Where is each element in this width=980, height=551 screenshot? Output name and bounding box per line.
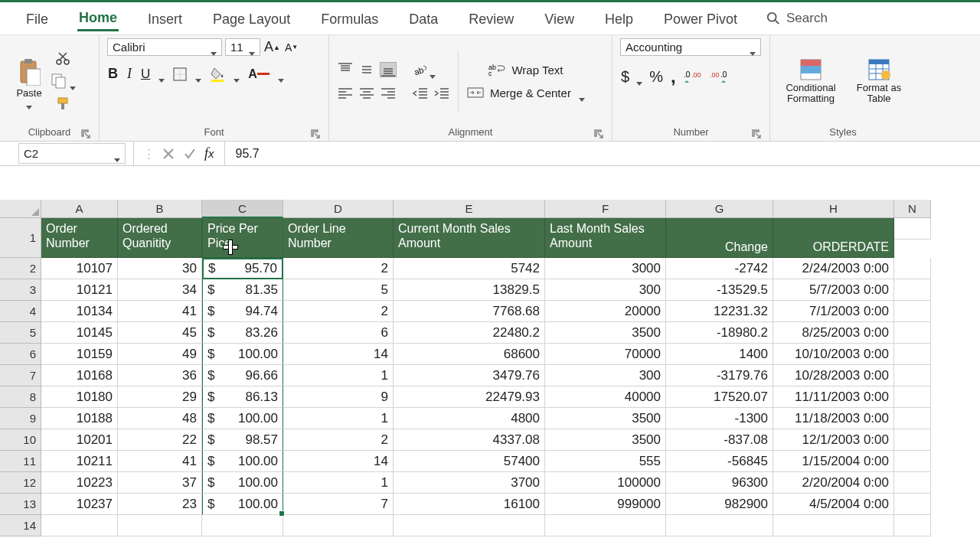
merge-center-button[interactable]: Merge & Center — [466, 85, 586, 100]
fx-button[interactable]: fx — [204, 145, 215, 162]
cell-A2[interactable]: 10107 — [41, 258, 118, 279]
cell-A5[interactable]: 10145 — [41, 322, 118, 344]
dialog-launcher-icon[interactable] — [80, 129, 91, 139]
cell-A11[interactable]: 10211 — [41, 451, 118, 472]
cell-B10[interactable]: 22 — [118, 429, 202, 451]
bold-button[interactable]: B — [107, 65, 119, 83]
cell-F6[interactable]: 70000 — [545, 344, 666, 365]
cell-D12[interactable]: 1 — [283, 472, 394, 494]
tab-file[interactable]: File — [24, 7, 50, 31]
cell-A10[interactable]: 10201 — [41, 429, 118, 451]
cell-D13[interactable]: 7 — [283, 494, 394, 515]
cell-G2[interactable]: -2742 — [666, 258, 773, 279]
cell-D2[interactable]: 2 — [283, 258, 394, 279]
cell-G8[interactable]: 17520.07 — [666, 386, 773, 408]
row-head-11[interactable]: 11 — [0, 451, 41, 472]
cell-D6[interactable]: 14 — [283, 344, 394, 365]
align-center-button[interactable] — [358, 86, 375, 100]
empty-cell-14-2[interactable] — [202, 515, 283, 536]
align-left-button[interactable] — [337, 86, 354, 100]
cell-H12[interactable]: 2/20/2004 0:00 — [773, 472, 894, 494]
cell-A3[interactable]: 10121 — [41, 279, 118, 301]
cell-E9[interactable]: 4800 — [394, 408, 545, 429]
cell-H9[interactable]: 11/18/2003 0:00 — [773, 408, 894, 429]
cell-C4[interactable]: $94.74 — [202, 301, 283, 322]
cell-N13[interactable] — [894, 494, 931, 515]
tab-view[interactable]: View — [543, 7, 576, 31]
cell-H3[interactable]: 5/7/2003 0:00 — [773, 279, 894, 301]
cell-B9[interactable]: 48 — [118, 408, 202, 429]
cell-E4[interactable]: 7768.68 — [394, 301, 545, 322]
cell-F11[interactable]: 555 — [545, 451, 666, 472]
cell-N2[interactable] — [894, 258, 931, 279]
cell-G11[interactable]: -56845 — [666, 451, 773, 472]
cell-H4[interactable]: 7/1/2003 0:00 — [773, 301, 894, 322]
col-head-E[interactable]: E — [394, 200, 545, 218]
orientation-button[interactable]: ab — [412, 62, 436, 77]
cell-A7[interactable]: 10168 — [41, 365, 118, 386]
col-head-F[interactable]: F — [545, 200, 666, 218]
tab-page-layout[interactable]: Page Layout — [211, 7, 292, 31]
cell-F4[interactable]: 20000 — [545, 301, 666, 322]
align-top-button[interactable] — [337, 62, 354, 77]
cell-N10[interactable] — [894, 429, 931, 451]
cell-C5[interactable]: $83.26 — [202, 322, 283, 344]
enter-formula-button[interactable] — [182, 146, 198, 161]
formula-input[interactable]: 95.7 — [225, 142, 980, 165]
cell-G6[interactable]: 1400 — [666, 344, 773, 365]
cell-B5[interactable]: 45 — [118, 322, 202, 344]
cell-F10[interactable]: 3500 — [545, 429, 666, 451]
cell-C11[interactable]: $100.00 — [202, 451, 283, 472]
row-head-13[interactable]: 13 — [0, 494, 41, 515]
cell-F3[interactable]: 300 — [545, 279, 666, 301]
cell-A8[interactable]: 10180 — [41, 386, 118, 408]
row-head-10[interactable]: 10 — [0, 429, 41, 451]
row-head-2[interactable]: 2 — [0, 258, 41, 279]
italic-button[interactable]: I — [126, 65, 132, 83]
cell-H11[interactable]: 1/15/2004 0:00 — [773, 451, 894, 472]
number-format-select[interactable]: Accounting — [620, 38, 761, 56]
cell-E3[interactable]: 13829.5 — [394, 279, 545, 301]
decrease-decimal-button[interactable]: .00.0 — [709, 69, 729, 84]
empty-cell-14-4[interactable] — [394, 515, 545, 536]
col-head-C[interactable]: C — [202, 200, 283, 218]
cell-E11[interactable]: 57400 — [394, 451, 545, 472]
row-head-7[interactable]: 7 — [0, 365, 41, 386]
font-name-select[interactable]: Calibri — [107, 38, 222, 56]
empty-cell-14-0[interactable] — [41, 515, 118, 536]
cell-H13[interactable]: 4/5/2004 0:00 — [773, 494, 894, 515]
cell-E5[interactable]: 22480.2 — [394, 322, 545, 344]
underline-button[interactable]: U — [140, 66, 151, 83]
row-head-6[interactable]: 6 — [0, 344, 41, 365]
empty-cell-14-7[interactable] — [773, 515, 894, 536]
cell-D7[interactable]: 1 — [283, 365, 394, 386]
cell-G9[interactable]: -1300 — [666, 408, 773, 429]
cell-B13[interactable]: 23 — [118, 494, 202, 515]
cell-D8[interactable]: 9 — [283, 386, 394, 408]
cell-B8[interactable]: 29 — [118, 386, 202, 408]
cell-G12[interactable]: 96300 — [666, 472, 773, 494]
cell-C2[interactable]: $95.70 — [202, 258, 283, 279]
cell-E2[interactable]: 5742 — [394, 258, 545, 279]
cell-D10[interactable]: 2 — [283, 429, 394, 451]
col-head-H[interactable]: H — [773, 200, 894, 218]
paste-button[interactable]: Paste — [8, 46, 51, 116]
accounting-format-button[interactable]: $ — [620, 67, 630, 86]
cell-C13[interactable]: $100.00 — [202, 494, 283, 515]
col-head-A[interactable]: A — [41, 200, 118, 218]
wrap-text-button[interactable]: abcWrap Text — [466, 62, 586, 77]
cell-H5[interactable]: 8/25/2003 0:00 — [773, 322, 894, 344]
align-middle-button[interactable] — [358, 62, 375, 77]
tab-home[interactable]: Home — [77, 5, 119, 31]
row-head-4[interactable]: 4 — [0, 301, 41, 322]
cell-G5[interactable]: -18980.2 — [666, 322, 773, 344]
cell-B3[interactable]: 34 — [118, 279, 202, 301]
tab-help[interactable]: Help — [603, 7, 635, 31]
borders-button[interactable] — [172, 67, 188, 82]
row-head-12[interactable]: 12 — [0, 472, 41, 494]
cell-C10[interactable]: $98.57 — [202, 429, 283, 451]
cell-E7[interactable]: 3479.76 — [394, 365, 545, 386]
format-table-button[interactable]: Format as Table — [850, 46, 908, 116]
empty-cell-14-8[interactable] — [894, 515, 931, 536]
cell-D5[interactable]: 6 — [283, 322, 394, 344]
